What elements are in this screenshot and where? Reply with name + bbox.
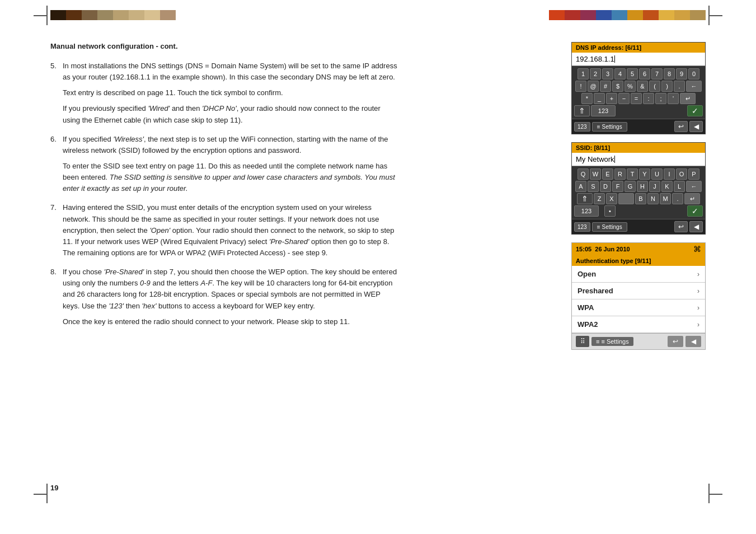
auth-option-wpa2-chevron: › (697, 321, 699, 329)
auth-btn-vol[interactable]: ◀ (685, 336, 701, 347)
key-1[interactable]: 1 (577, 68, 589, 79)
key-check-ssid[interactable]: ✓ (687, 205, 703, 217)
key-a[interactable]: A (575, 181, 586, 192)
key-j[interactable]: J (649, 181, 660, 192)
key-123-dns[interactable]: 123 (591, 105, 616, 116)
key-enter-ssid[interactable]: ← (686, 181, 702, 192)
key-at[interactable]: @ (588, 81, 599, 92)
auth-option-wpa[interactable]: WPA › (572, 299, 705, 316)
key-4[interactable]: 4 (614, 68, 626, 79)
auth-option-preshared[interactable]: Preshared › (572, 283, 705, 299)
key-under[interactable]: _ (594, 93, 605, 104)
ssid-header-text: SSID: [8/11] (576, 144, 610, 151)
key-d[interactable]: D (600, 181, 611, 192)
dns-cursor (614, 55, 615, 63)
key-percent[interactable]: % (624, 81, 636, 92)
key-2[interactable]: 2 (590, 68, 601, 79)
auth-btn-dots[interactable]: ⠿ (576, 336, 589, 347)
key-semi[interactable]: ; (655, 93, 666, 104)
key-3[interactable]: 3 (602, 68, 613, 79)
auth-title-bar: Authentication type [9/11] (572, 255, 705, 266)
key-m[interactable]: M (660, 193, 671, 204)
key-eq[interactable]: = (631, 93, 642, 104)
auth-option-open[interactable]: Open › (572, 266, 705, 283)
key-s[interactable]: S (588, 181, 599, 192)
key-star[interactable]: * (581, 93, 593, 104)
key-q[interactable]: Q (577, 168, 589, 180)
hline-left-top (34, 15, 48, 16)
key-lparen[interactable]: ( (649, 81, 660, 92)
ssid-btn-back[interactable]: ↩ (674, 221, 688, 232)
key-r[interactable]: R (614, 168, 626, 180)
right-panel: DNS IP address: [6/11] 192.168.1.1 1 2 3… (571, 42, 706, 350)
key-dot2-ssid[interactable]: • (604, 205, 616, 217)
step-7-body: Having entered the SSID, you must enter … (63, 202, 397, 259)
key-dollar[interactable]: $ (612, 81, 623, 92)
key-u[interactable]: U (651, 168, 663, 180)
key-dot-ssid[interactable]: . (672, 193, 683, 204)
key-minus[interactable]: − (618, 93, 630, 104)
key-b[interactable]: B (635, 193, 646, 204)
key-t[interactable]: T (627, 168, 638, 180)
dns-btn-vol[interactable]: ◀ (689, 121, 703, 132)
key-z[interactable]: Z (594, 193, 605, 204)
key-g[interactable]: G (624, 181, 636, 192)
dns-input-row[interactable]: 192.168.1.1 (572, 53, 705, 66)
key-excl[interactable]: ! (575, 81, 586, 92)
key-p[interactable]: P (688, 168, 699, 180)
ssid-btn-vol[interactable]: ◀ (689, 221, 703, 232)
key-9[interactable]: 9 (676, 68, 687, 79)
key-plus[interactable]: + (606, 93, 617, 104)
key-f[interactable]: F (612, 181, 623, 192)
key-o[interactable]: O (676, 168, 687, 180)
ssid-input-row[interactable]: My Network (572, 153, 705, 166)
auth-btn-settings[interactable]: ≡ ≡ Settings (591, 337, 633, 346)
dns-settings-icon: ≡ (597, 124, 600, 130)
top-color-bar-left (50, 10, 176, 20)
key-5[interactable]: 5 (627, 68, 638, 79)
key-n[interactable]: N (647, 193, 659, 204)
key-x[interactable]: X (606, 193, 617, 204)
key-apos[interactable]: ' (668, 93, 679, 104)
ssid-btn-settings[interactable]: ≡ Settings (592, 222, 627, 232)
key-colon[interactable]: : (643, 93, 654, 104)
key-y[interactable]: Y (639, 168, 650, 180)
key-cv[interactable] (618, 193, 634, 204)
key-backspace-dns[interactable]: ↵ (680, 93, 696, 104)
key-6[interactable]: 6 (639, 68, 650, 79)
key-dot[interactable]: . (674, 81, 685, 92)
hline-left-bottom (34, 494, 48, 495)
step-8-p1: If you chose 'Pre-Shared' in step 7, you… (63, 266, 397, 312)
key-e[interactable]: E (602, 168, 613, 180)
key-w[interactable]: W (590, 168, 601, 180)
dns-btn-123[interactable]: 123 (574, 122, 590, 132)
auth-option-open-label: Open (577, 270, 596, 278)
key-backspace-ssid[interactable]: ↵ (684, 193, 700, 204)
ssid-btn-123[interactable]: 123 (574, 222, 590, 232)
key-l[interactable]: L (674, 181, 685, 192)
page-number: 19 (50, 484, 58, 492)
ssid-keyboard: Q W E R T Y U I O P A S D F G H J K L (572, 166, 705, 219)
auth-btn-back[interactable]: ↩ (668, 336, 683, 347)
auth-option-wpa2[interactable]: WPA2 › (572, 316, 705, 333)
auth-option-wpa2-label: WPA2 (577, 320, 598, 329)
key-check-dns[interactable]: ✓ (687, 105, 703, 116)
key-k[interactable]: K (661, 181, 673, 192)
key-shift-ssid[interactable]: ⇑ (577, 193, 593, 204)
key-shift-dns[interactable]: ⇑ (574, 105, 590, 116)
dns-key-row-1: 1 2 3 4 5 6 7 8 9 0 (574, 68, 703, 79)
key-enter-dns[interactable]: ← (686, 81, 702, 92)
key-i[interactable]: I (664, 168, 675, 180)
key-h[interactable]: H (637, 181, 648, 192)
key-7[interactable]: 7 (651, 68, 663, 79)
key-rparen[interactable]: ) (661, 81, 673, 92)
section-title: Manual network configuration - cont. (50, 42, 397, 50)
key-123-ssid[interactable]: 123 (574, 205, 599, 217)
key-hash[interactable]: # (600, 81, 611, 92)
dns-btn-back[interactable]: ↩ (674, 121, 688, 132)
dns-settings-label: Settings (602, 124, 622, 130)
key-8[interactable]: 8 (664, 68, 675, 79)
dns-btn-settings[interactable]: ≡ Settings (592, 122, 627, 132)
key-amp[interactable]: & (637, 81, 648, 92)
key-0[interactable]: 0 (688, 68, 699, 79)
